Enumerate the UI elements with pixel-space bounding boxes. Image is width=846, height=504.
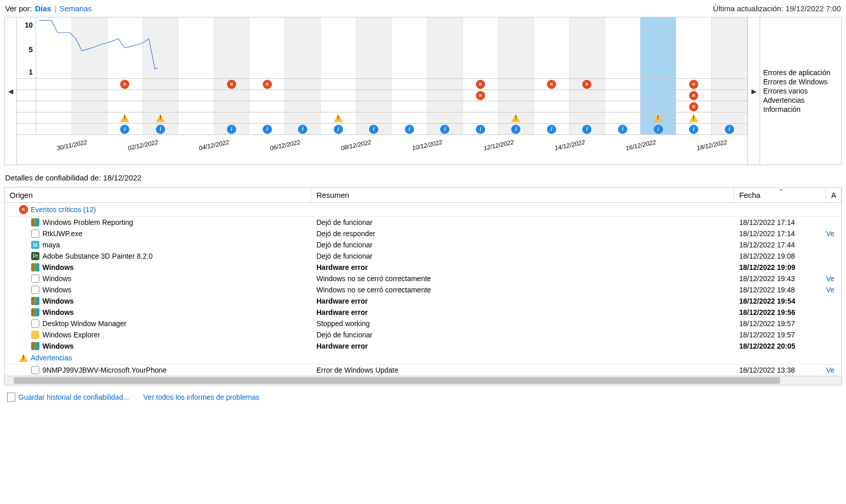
chart-column[interactable] (712, 17, 747, 78)
chart-cell[interactable] (285, 79, 321, 89)
table-row[interactable]: WindowsHardware error18/12/2022 19:56 (5, 307, 841, 318)
chart-cell[interactable]: ✕ (676, 101, 712, 112)
table-row[interactable]: WindowsHardware error18/12/2022 20:05 (5, 340, 841, 352)
chart-cell[interactable] (427, 79, 463, 89)
chart-cell[interactable] (712, 79, 747, 89)
chart-cell[interactable] (356, 90, 392, 101)
chart-cell[interactable] (641, 101, 676, 112)
action-link[interactable]: Ve (826, 274, 841, 283)
chart-cell[interactable] (498, 112, 534, 123)
chart-cell[interactable] (498, 90, 534, 101)
chart-column[interactable] (72, 17, 108, 78)
chart-cell[interactable] (427, 112, 463, 123)
chart-cell[interactable] (285, 101, 321, 112)
chart-cell[interactable] (214, 101, 250, 112)
chart-cell[interactable]: ✕ (569, 79, 605, 89)
chart-cell[interactable] (569, 101, 605, 112)
chart-cell[interactable]: i (321, 124, 356, 134)
chart-cell[interactable] (178, 112, 214, 123)
table-row[interactable]: 9NMPJ99VJBWV-Microsoft.YourPhoneError de… (5, 364, 841, 376)
table-row[interactable]: MmayaDejó de funcionar18/12/2022 17:44 (5, 239, 841, 250)
chart-cell[interactable] (534, 101, 570, 112)
chart-column[interactable] (214, 17, 250, 78)
chart-cell[interactable] (321, 90, 356, 101)
scroll-left-button[interactable]: ◀ (5, 17, 17, 165)
chart-column[interactable] (143, 17, 179, 78)
chart-cell[interactable] (569, 112, 605, 123)
chart-cell[interactable] (641, 90, 676, 101)
chart-column[interactable] (676, 17, 712, 78)
chart-cell[interactable]: ✕ (214, 79, 250, 89)
view-all-reports-link[interactable]: Ver todos los informes de problemas (143, 393, 259, 401)
chart-cell[interactable] (569, 90, 605, 101)
chart-cell[interactable] (72, 112, 108, 123)
table-row[interactable]: PtAdobe Substance 3D Painter 8.2.0Dejó d… (5, 250, 841, 262)
chart-cell[interactable] (605, 112, 641, 123)
chart-cell[interactable] (143, 79, 179, 89)
chart-cell[interactable] (36, 112, 72, 123)
column-header-date[interactable]: Fecha (734, 188, 826, 202)
horizontal-scrollbar[interactable] (4, 376, 842, 385)
chart-cell[interactable] (392, 101, 427, 112)
chart-cell[interactable] (641, 79, 676, 89)
chart-cell[interactable] (392, 79, 427, 89)
table-row[interactable]: Windows ExplorerDejó de funcionar18/12/2… (5, 329, 841, 340)
chart-column[interactable] (321, 17, 356, 78)
table-row[interactable]: WindowsWindows no se cerró correctamente… (5, 273, 841, 284)
chart-cell[interactable] (143, 90, 179, 101)
group-header[interactable]: ✕Eventos críticos (12) (5, 203, 841, 217)
chart-cell[interactable] (356, 112, 392, 123)
chart-cell[interactable]: i (463, 124, 499, 134)
table-row[interactable]: WindowsHardware error18/12/2022 19:09 (5, 262, 841, 273)
chart-cell[interactable] (107, 90, 143, 101)
chart-cell[interactable] (356, 101, 392, 112)
table-row[interactable]: Windows Problem ReportingDejó de funcion… (5, 217, 841, 228)
chart-cell[interactable] (72, 90, 108, 101)
chart-cell[interactable] (392, 112, 427, 123)
chart-cell[interactable] (356, 79, 392, 89)
chart-cell[interactable]: ✕ (463, 79, 499, 89)
chart-cell[interactable]: i (676, 124, 712, 134)
chart-cell[interactable] (107, 112, 143, 123)
chart-cell[interactable]: ✕ (534, 79, 570, 89)
chart-column[interactable] (498, 17, 534, 78)
chart-cell[interactable] (285, 112, 321, 123)
save-history-link[interactable]: Guardar historial de confiabilidad... (18, 393, 129, 401)
chart-cell[interactable] (641, 112, 676, 123)
chart-cell[interactable]: i (249, 124, 285, 134)
chart-cell[interactable] (36, 124, 72, 134)
chart-cell[interactable] (178, 79, 214, 89)
chart-cell[interactable]: i (392, 124, 427, 134)
chart-cell[interactable] (712, 112, 747, 123)
table-row[interactable]: WindowsWindows no se cerró correctamente… (5, 284, 841, 295)
chart-column[interactable] (534, 17, 570, 78)
chart-cell[interactable] (712, 90, 747, 101)
chart-cell[interactable] (285, 90, 321, 101)
chart-column[interactable] (356, 17, 392, 78)
chart-cell[interactable] (534, 112, 570, 123)
chart-cell[interactable]: ✕ (249, 79, 285, 89)
chart-cell[interactable] (427, 101, 463, 112)
chart-cell[interactable] (605, 101, 641, 112)
chart-column[interactable] (36, 17, 72, 78)
chart-cell[interactable] (321, 79, 356, 89)
chart-cell[interactable] (72, 101, 108, 112)
chart-cell[interactable]: i (107, 124, 143, 134)
table-row[interactable]: RtkUWP.exeDejó de responder18/12/2022 17… (5, 228, 841, 239)
chart-cell[interactable] (321, 112, 356, 123)
chart-cell[interactable]: i (605, 124, 641, 134)
chart-cell[interactable] (498, 79, 534, 89)
chart-cell[interactable] (214, 90, 250, 101)
table-row[interactable]: Desktop Window ManagerStopped working18/… (5, 318, 841, 329)
chart-cell[interactable] (534, 90, 570, 101)
column-header-summary[interactable]: Resumen (311, 188, 734, 202)
chart-column[interactable] (605, 17, 641, 78)
scroll-right-button[interactable]: ▶ (747, 17, 760, 165)
chart-cell[interactable] (143, 101, 179, 112)
chart-column[interactable] (107, 17, 143, 78)
chart-cell[interactable] (427, 90, 463, 101)
chart-cell[interactable] (178, 124, 214, 134)
chart-column[interactable] (427, 17, 463, 78)
chart-cell[interactable] (463, 101, 499, 112)
view-weeks-link[interactable]: Semanas (59, 4, 92, 13)
